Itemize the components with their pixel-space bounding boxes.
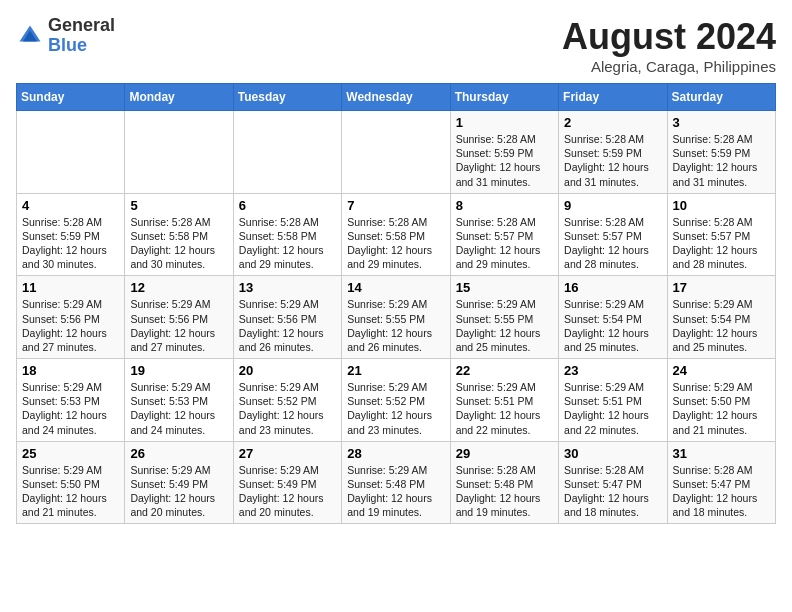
- day-info: Sunrise: 5:28 AM Sunset: 5:57 PM Dayligh…: [673, 215, 770, 272]
- calendar-cell: 20Sunrise: 5:29 AM Sunset: 5:52 PM Dayli…: [233, 359, 341, 442]
- calendar-cell: 19Sunrise: 5:29 AM Sunset: 5:53 PM Dayli…: [125, 359, 233, 442]
- day-info: Sunrise: 5:29 AM Sunset: 5:56 PM Dayligh…: [130, 297, 227, 354]
- location: Alegria, Caraga, Philippines: [562, 58, 776, 75]
- calendar-header: SundayMondayTuesdayWednesdayThursdayFrid…: [17, 84, 776, 111]
- day-number: 20: [239, 363, 336, 378]
- day-info: Sunrise: 5:28 AM Sunset: 5:58 PM Dayligh…: [239, 215, 336, 272]
- calendar-cell: 16Sunrise: 5:29 AM Sunset: 5:54 PM Dayli…: [559, 276, 667, 359]
- day-info: Sunrise: 5:29 AM Sunset: 5:49 PM Dayligh…: [239, 463, 336, 520]
- day-number: 25: [22, 446, 119, 461]
- calendar-cell: 1Sunrise: 5:28 AM Sunset: 5:59 PM Daylig…: [450, 111, 558, 194]
- day-info: Sunrise: 5:29 AM Sunset: 5:56 PM Dayligh…: [22, 297, 119, 354]
- day-number: 14: [347, 280, 444, 295]
- logo-icon: [16, 22, 44, 50]
- day-info: Sunrise: 5:29 AM Sunset: 5:55 PM Dayligh…: [456, 297, 553, 354]
- calendar-cell: 30Sunrise: 5:28 AM Sunset: 5:47 PM Dayli…: [559, 441, 667, 524]
- calendar-body: 1Sunrise: 5:28 AM Sunset: 5:59 PM Daylig…: [17, 111, 776, 524]
- day-number: 2: [564, 115, 661, 130]
- calendar-cell: 27Sunrise: 5:29 AM Sunset: 5:49 PM Dayli…: [233, 441, 341, 524]
- calendar-cell: 18Sunrise: 5:29 AM Sunset: 5:53 PM Dayli…: [17, 359, 125, 442]
- day-number: 15: [456, 280, 553, 295]
- day-number: 19: [130, 363, 227, 378]
- day-number: 22: [456, 363, 553, 378]
- day-number: 10: [673, 198, 770, 213]
- day-number: 12: [130, 280, 227, 295]
- week-row-5: 25Sunrise: 5:29 AM Sunset: 5:50 PM Dayli…: [17, 441, 776, 524]
- day-number: 4: [22, 198, 119, 213]
- day-info: Sunrise: 5:28 AM Sunset: 5:48 PM Dayligh…: [456, 463, 553, 520]
- day-info: Sunrise: 5:28 AM Sunset: 5:59 PM Dayligh…: [456, 132, 553, 189]
- day-info: Sunrise: 5:29 AM Sunset: 5:56 PM Dayligh…: [239, 297, 336, 354]
- calendar-cell: 2Sunrise: 5:28 AM Sunset: 5:59 PM Daylig…: [559, 111, 667, 194]
- day-info: Sunrise: 5:29 AM Sunset: 5:51 PM Dayligh…: [456, 380, 553, 437]
- calendar-cell: 25Sunrise: 5:29 AM Sunset: 5:50 PM Dayli…: [17, 441, 125, 524]
- day-number: 16: [564, 280, 661, 295]
- day-info: Sunrise: 5:29 AM Sunset: 5:51 PM Dayligh…: [564, 380, 661, 437]
- day-info: Sunrise: 5:29 AM Sunset: 5:50 PM Dayligh…: [673, 380, 770, 437]
- calendar-cell: 5Sunrise: 5:28 AM Sunset: 5:58 PM Daylig…: [125, 193, 233, 276]
- weekday-header-tuesday: Tuesday: [233, 84, 341, 111]
- calendar-cell: 23Sunrise: 5:29 AM Sunset: 5:51 PM Dayli…: [559, 359, 667, 442]
- day-info: Sunrise: 5:29 AM Sunset: 5:54 PM Dayligh…: [673, 297, 770, 354]
- calendar-cell: 7Sunrise: 5:28 AM Sunset: 5:58 PM Daylig…: [342, 193, 450, 276]
- day-number: 24: [673, 363, 770, 378]
- logo: General Blue: [16, 16, 115, 56]
- day-info: Sunrise: 5:29 AM Sunset: 5:52 PM Dayligh…: [347, 380, 444, 437]
- calendar-cell: 26Sunrise: 5:29 AM Sunset: 5:49 PM Dayli…: [125, 441, 233, 524]
- logo-blue-text: Blue: [48, 35, 87, 55]
- day-number: 17: [673, 280, 770, 295]
- calendar-cell: 15Sunrise: 5:29 AM Sunset: 5:55 PM Dayli…: [450, 276, 558, 359]
- calendar-table: SundayMondayTuesdayWednesdayThursdayFrid…: [16, 83, 776, 524]
- title-block: August 2024 Alegria, Caraga, Philippines: [562, 16, 776, 75]
- calendar-cell: 11Sunrise: 5:29 AM Sunset: 5:56 PM Dayli…: [17, 276, 125, 359]
- calendar-cell: [17, 111, 125, 194]
- calendar-cell: 21Sunrise: 5:29 AM Sunset: 5:52 PM Dayli…: [342, 359, 450, 442]
- calendar-cell: [233, 111, 341, 194]
- week-row-2: 4Sunrise: 5:28 AM Sunset: 5:59 PM Daylig…: [17, 193, 776, 276]
- calendar-cell: 24Sunrise: 5:29 AM Sunset: 5:50 PM Dayli…: [667, 359, 775, 442]
- calendar-cell: 29Sunrise: 5:28 AM Sunset: 5:48 PM Dayli…: [450, 441, 558, 524]
- day-number: 21: [347, 363, 444, 378]
- day-info: Sunrise: 5:29 AM Sunset: 5:48 PM Dayligh…: [347, 463, 444, 520]
- weekday-header-saturday: Saturday: [667, 84, 775, 111]
- day-info: Sunrise: 5:29 AM Sunset: 5:49 PM Dayligh…: [130, 463, 227, 520]
- calendar-cell: 8Sunrise: 5:28 AM Sunset: 5:57 PM Daylig…: [450, 193, 558, 276]
- day-number: 13: [239, 280, 336, 295]
- day-info: Sunrise: 5:29 AM Sunset: 5:53 PM Dayligh…: [130, 380, 227, 437]
- calendar-cell: 12Sunrise: 5:29 AM Sunset: 5:56 PM Dayli…: [125, 276, 233, 359]
- calendar-cell: 17Sunrise: 5:29 AM Sunset: 5:54 PM Dayli…: [667, 276, 775, 359]
- day-info: Sunrise: 5:28 AM Sunset: 5:58 PM Dayligh…: [347, 215, 444, 272]
- day-info: Sunrise: 5:28 AM Sunset: 5:59 PM Dayligh…: [673, 132, 770, 189]
- day-number: 11: [22, 280, 119, 295]
- day-number: 7: [347, 198, 444, 213]
- weekday-header-wednesday: Wednesday: [342, 84, 450, 111]
- day-number: 31: [673, 446, 770, 461]
- day-info: Sunrise: 5:28 AM Sunset: 5:47 PM Dayligh…: [673, 463, 770, 520]
- page-header: General Blue August 2024 Alegria, Caraga…: [16, 16, 776, 75]
- calendar-cell: 10Sunrise: 5:28 AM Sunset: 5:57 PM Dayli…: [667, 193, 775, 276]
- calendar-cell: 6Sunrise: 5:28 AM Sunset: 5:58 PM Daylig…: [233, 193, 341, 276]
- calendar-cell: 31Sunrise: 5:28 AM Sunset: 5:47 PM Dayli…: [667, 441, 775, 524]
- day-number: 26: [130, 446, 227, 461]
- calendar-cell: 4Sunrise: 5:28 AM Sunset: 5:59 PM Daylig…: [17, 193, 125, 276]
- day-number: 18: [22, 363, 119, 378]
- calendar-cell: 28Sunrise: 5:29 AM Sunset: 5:48 PM Dayli…: [342, 441, 450, 524]
- day-info: Sunrise: 5:28 AM Sunset: 5:57 PM Dayligh…: [456, 215, 553, 272]
- weekday-header-monday: Monday: [125, 84, 233, 111]
- day-info: Sunrise: 5:28 AM Sunset: 5:58 PM Dayligh…: [130, 215, 227, 272]
- day-info: Sunrise: 5:29 AM Sunset: 5:54 PM Dayligh…: [564, 297, 661, 354]
- calendar-cell: 13Sunrise: 5:29 AM Sunset: 5:56 PM Dayli…: [233, 276, 341, 359]
- calendar-cell: [342, 111, 450, 194]
- day-number: 30: [564, 446, 661, 461]
- day-number: 5: [130, 198, 227, 213]
- calendar-cell: 9Sunrise: 5:28 AM Sunset: 5:57 PM Daylig…: [559, 193, 667, 276]
- weekday-header-thursday: Thursday: [450, 84, 558, 111]
- day-number: 29: [456, 446, 553, 461]
- day-info: Sunrise: 5:29 AM Sunset: 5:53 PM Dayligh…: [22, 380, 119, 437]
- day-info: Sunrise: 5:28 AM Sunset: 5:47 PM Dayligh…: [564, 463, 661, 520]
- day-info: Sunrise: 5:28 AM Sunset: 5:59 PM Dayligh…: [22, 215, 119, 272]
- weekday-header-row: SundayMondayTuesdayWednesdayThursdayFrid…: [17, 84, 776, 111]
- day-number: 28: [347, 446, 444, 461]
- day-info: Sunrise: 5:29 AM Sunset: 5:52 PM Dayligh…: [239, 380, 336, 437]
- week-row-4: 18Sunrise: 5:29 AM Sunset: 5:53 PM Dayli…: [17, 359, 776, 442]
